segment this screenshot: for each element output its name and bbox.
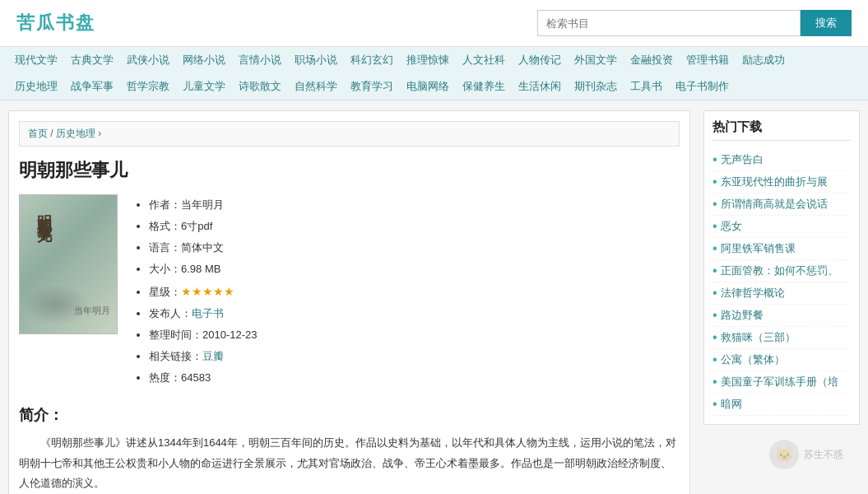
meta-item: 发布人：电子书 (149, 303, 680, 324)
sidebar-hot-title: 热门下载 (713, 119, 851, 141)
nav-row-2: 历史地理战争军事哲学宗教儿童文学诗歌散文自然科学教育学习电脑网络保健养生生活休闲… (8, 73, 860, 100)
synopsis-title: 简介： (19, 405, 680, 425)
sidebar: 热门下载 无声告白东亚现代性的曲折与展所谓情商高就是会说话恶女阿里铁军销售课正面… (703, 110, 860, 494)
nav-item-电脑网络[interactable]: 电脑网络 (400, 77, 456, 96)
hot-list-item: 阿里铁军销售课 (713, 238, 851, 260)
nav-item-网络小说[interactable]: 网络小说 (176, 50, 232, 70)
hot-item-link[interactable]: 救猫咪（三部） (721, 330, 796, 345)
hot-item-link[interactable]: 暗网 (721, 397, 742, 412)
meta-list: 作者：当年明月格式：6寸pdf语言：简体中文大小：6.98 MB星级：★★★★★… (134, 194, 680, 389)
hot-list-item: 无声告白 (713, 149, 851, 171)
nav-item-管理书籍[interactable]: 管理书籍 (680, 50, 736, 70)
nav-item-古典文学[interactable]: 古典文学 (64, 50, 120, 70)
hot-item-link[interactable]: 正面管教：如何不惩罚、 (721, 263, 838, 278)
hot-item-link[interactable]: 阿里铁军销售课 (721, 241, 796, 256)
nav-item-生活休闲[interactable]: 生活休闲 (512, 77, 568, 96)
nav-item-工具书[interactable]: 工具书 (624, 77, 669, 96)
nav-item-保健养生[interactable]: 保健养生 (456, 77, 512, 96)
nav-item-科幻玄幻[interactable]: 科幻玄幻 (344, 50, 400, 70)
nav-item-儿童文学[interactable]: 儿童文学 (176, 77, 232, 96)
hot-item-link[interactable]: 恶女 (721, 219, 742, 234)
breadcrumb: 首页 / 历史地理 › (19, 121, 680, 147)
hot-list-item: 路边野餐 (713, 305, 851, 327)
meta-item: 作者：当年明月 (149, 194, 680, 216)
nav-item-自然科学[interactable]: 自然科学 (288, 77, 344, 96)
meta-item: 星级：★★★★★ (149, 280, 680, 303)
main-wrap: 首页 / 历史地理 › 明朝那些事儿 明朝那些事儿 当年明月 作者：当年明月格式… (0, 100, 868, 494)
hot-list-item: 美国童子军训练手册（培 (713, 371, 851, 394)
nav-item-武侠小说[interactable]: 武侠小说 (120, 50, 176, 70)
breadcrumb-sep1: / (50, 128, 56, 139)
hot-item-link[interactable]: 所谓情商高就是会说话 (721, 197, 828, 212)
cover-title-text: 明朝那些事儿 (35, 203, 54, 218)
hot-list-item: 所谓情商高就是会说话 (713, 193, 851, 216)
meta-item: 热度：64583 (149, 367, 680, 389)
meta-item: 相关链接：豆瓣 (149, 346, 680, 367)
nav-item-诗歌散文[interactable]: 诗歌散文 (232, 77, 288, 96)
meta-item: 整理时间：2010-12-23 (149, 324, 680, 346)
navigation: 现代文学古典文学武侠小说网络小说言情小说职场小说科幻玄幻推理惊悚人文社科人物传记… (0, 47, 868, 100)
breadcrumb-category[interactable]: 历史地理 (56, 128, 95, 139)
book-cover: 明朝那些事儿 当年明月 (19, 194, 118, 334)
nav-item-战争军事[interactable]: 战争军事 (64, 77, 120, 96)
hot-item-link[interactable]: 美国童子军训练手册（培 (721, 375, 838, 389)
hot-list-item: 东亚现代性的曲折与展 (713, 171, 851, 193)
nav-item-职场小说[interactable]: 职场小说 (288, 50, 344, 70)
search-input[interactable] (537, 10, 801, 36)
synopsis-text: 《明朝那些事儿》讲述从1344年到1644年，明朝三百年间的历史。作品以史料为基… (19, 433, 680, 494)
meta-item: 大小：6.98 MB (149, 259, 680, 280)
nav-item-外国文学[interactable]: 外国文学 (568, 50, 624, 70)
meta-item: 格式：6寸pdf (149, 216, 680, 237)
nav-row-1: 现代文学古典文学武侠小说网络小说言情小说职场小说科幻玄幻推理惊悚人文社科人物传记… (8, 47, 860, 73)
sidebar-hot-downloads: 热门下载 无声告白东亚现代性的曲折与展所谓情商高就是会说话恶女阿里铁军销售课正面… (703, 110, 860, 425)
nav-item-推理惊悚[interactable]: 推理惊悚 (400, 50, 456, 70)
hot-list-item: 救猫咪（三部） (713, 327, 851, 349)
nav-item-金融投资[interactable]: 金融投资 (624, 50, 680, 70)
nav-item-历史地理[interactable]: 历史地理 (8, 77, 64, 96)
synopsis: 简介： 《明朝那些事儿》讲述从1344年到1644年，明朝三百年间的历史。作品以… (19, 405, 680, 494)
hot-list-item: 暗网 (713, 394, 851, 416)
nav-item-哲学宗教[interactable]: 哲学宗教 (120, 77, 176, 96)
header: 苦瓜书盘 搜索 (0, 0, 868, 47)
nav-item-励志成功[interactable]: 励志成功 (736, 50, 791, 70)
hot-item-link[interactable]: 公寓（繁体） (721, 352, 785, 367)
nav-item-人文社科[interactable]: 人文社科 (456, 50, 512, 70)
meta-item: 语言：简体中文 (149, 237, 680, 259)
nav-item-人物传记[interactable]: 人物传记 (512, 50, 568, 70)
book-detail: 明朝那些事儿 当年明月 作者：当年明月格式：6寸pdf语言：简体中文大小：6.9… (19, 194, 680, 389)
book-title: 明朝那些事儿 (19, 158, 680, 183)
hot-list-item: 公寓（繁体） (713, 349, 851, 371)
hot-list-item: 法律哲学概论 (713, 282, 851, 305)
content-area: 首页 / 历史地理 › 明朝那些事儿 明朝那些事儿 当年明月 作者：当年明月格式… (8, 110, 690, 494)
nav-item-言情小说[interactable]: 言情小说 (232, 50, 288, 70)
nav-item-期刊杂志[interactable]: 期刊杂志 (568, 77, 624, 96)
hot-item-link[interactable]: 东亚现代性的曲折与展 (721, 175, 828, 189)
site-logo: 苦瓜书盘 (16, 11, 95, 35)
breadcrumb-home[interactable]: 首页 (28, 128, 48, 139)
hot-list-item: 恶女 (713, 216, 851, 238)
search-button[interactable]: 搜索 (801, 10, 852, 36)
nav-item-教育学习[interactable]: 教育学习 (344, 77, 400, 96)
nav-item-现代文学[interactable]: 现代文学 (8, 50, 64, 70)
search-area: 搜索 (537, 10, 852, 36)
nav-item-电子书制作[interactable]: 电子书制作 (669, 77, 736, 96)
cover-sub-text: 当年明月 (74, 305, 110, 317)
hot-list: 无声告白东亚现代性的曲折与展所谓情商高就是会说话恶女阿里铁军销售课正面管教：如何… (713, 149, 851, 416)
hot-list-item: 正面管教：如何不惩罚、 (713, 260, 851, 282)
book-meta: 作者：当年明月格式：6寸pdf语言：简体中文大小：6.98 MB星级：★★★★★… (134, 194, 680, 389)
breadcrumb-arrow: › (98, 128, 101, 139)
hot-item-link[interactable]: 法律哲学概论 (721, 286, 785, 301)
hot-item-link[interactable]: 无声告白 (721, 152, 764, 167)
hot-item-link[interactable]: 路边野餐 (721, 308, 764, 323)
